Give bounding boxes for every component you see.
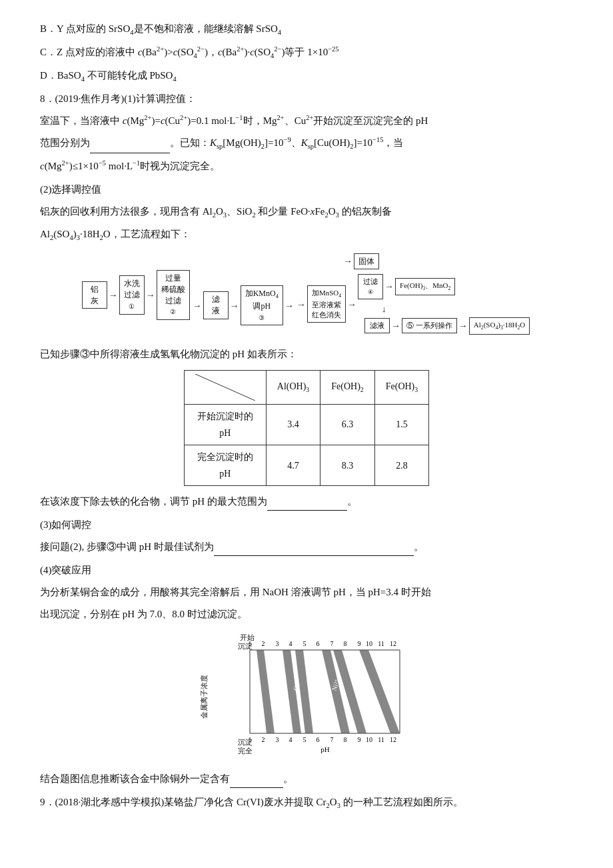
table-cell-feoh2-start: 6.3: [320, 404, 374, 445]
svg-text:11: 11: [378, 640, 384, 647]
flow-box-product: Al2(SO4)3·18H2O: [469, 317, 530, 335]
option-B: B．Y 点对应的 SrSO4是不饱和溶液，能继续溶解 SrSO4: [40, 20, 573, 39]
question-8: 8．(2019·焦作月考)(1)计算调控值： 室温下，当溶液中 c(Mg2+)=…: [40, 90, 573, 789]
table-cell-feoh2-complete: 8.3: [320, 445, 374, 486]
svg-text:金属离子浓度: 金属离子浓度: [200, 675, 208, 719]
blank-alloy-elements: [230, 776, 283, 788]
svg-text:5: 5: [303, 640, 306, 647]
svg-text:7: 7: [330, 736, 334, 743]
flow-box-filter4: 过滤④: [358, 274, 383, 300]
q8-sub2: (2)选择调控值 铝灰的回收利用方法很多，现用含有 Al2O3、SiO2 和少量…: [40, 181, 573, 511]
svg-text:9: 9: [358, 736, 361, 743]
svg-text:3: 3: [276, 736, 279, 743]
svg-line-0: [195, 374, 255, 401]
option-C: C．Z 点对应的溶液中 c(Ba2+)>c(SO42−)，c(Ba2+)·c(S…: [40, 43, 573, 63]
flow-arrow-3: →: [230, 297, 239, 314]
svg-text:完全: 完全: [238, 747, 253, 755]
svg-text:2: 2: [262, 736, 265, 743]
svg-text:7: 7: [330, 640, 334, 647]
table-cell-complete-label: 完全沉淀时的 pH: [184, 445, 266, 486]
q8-sub1: 室温下，当溶液中 c(Mg2+)=c(Cu2+)=0.1 mol·L−1时，Mg…: [40, 112, 573, 175]
table-cell-aloh3-start: 3.4: [266, 404, 320, 445]
svg-text:11: 11: [378, 736, 384, 743]
flow-box-step5: ⑤ 一系列操作: [402, 318, 457, 333]
svg-text:1: 1: [249, 736, 252, 743]
flow-box-acid: 过量稀硫酸过滤②: [157, 270, 190, 320]
table-row-start: 开始沉淀时的 pH 3.4 6.3 1.5: [184, 404, 428, 445]
svg-text:3: 3: [276, 640, 279, 647]
svg-text:5: 5: [303, 736, 306, 743]
svg-text:2: 2: [262, 640, 265, 647]
table-cell-start-label: 开始沉淀时的 pH: [184, 404, 266, 445]
svg-text:12: 12: [390, 640, 396, 647]
flow-arrow-filtrate: →: [193, 297, 202, 314]
flow-arrow-9: →: [458, 317, 468, 334]
q9-title: 9．(2018·湖北孝感中学模拟)某铬盐厂净化含 Cr(VI)废水并提取 Cr2…: [40, 793, 573, 813]
flow-arrow-solid: →: [343, 253, 352, 269]
svg-text:pH: pH: [320, 745, 330, 753]
flow-arrow-4: →: [285, 297, 294, 314]
table-intro: 已知步骤③中所得溶液生成氢氧化物沉淀的 pH 如表所示：: [40, 345, 573, 363]
table-header-feoh2: Fe(OH)2: [320, 370, 374, 404]
blank-reagent: [214, 544, 414, 556]
svg-text:6: 6: [316, 640, 320, 647]
svg-text:Mg²⁺: Mg²⁺: [356, 676, 368, 692]
flow-arrow-6: →: [347, 296, 356, 313]
chart-svg: 金属离子浓度 开始 沉淀 沉淀 完全 1 2 3: [200, 630, 413, 763]
table-cell-feoh3-complete: 2.8: [374, 445, 428, 486]
flow-box-kmno4: 加KMnO4调pH③: [241, 285, 283, 326]
flow-arrow-2: →: [146, 287, 155, 303]
flow-arrow-7: →: [384, 278, 394, 295]
table-row-complete: 完全沉淀时的 pH 4.7 8.3 2.8: [184, 445, 428, 486]
svg-text:Fe²⁺: Fe²⁺: [319, 678, 330, 692]
flow-arrow-1: →: [109, 287, 118, 303]
svg-text:10: 10: [366, 640, 372, 647]
down-arrow: ↓: [382, 301, 386, 317]
flowchart: 铝灰 → 水洗过滤① → 过量稀硫酸过滤② → 固体 →: [40, 253, 573, 337]
precipitation-ph-table: Al(OH)3 Fe(OH)2 Fe(OH)3 开始沉淀时的 pH 3.4 6.…: [184, 370, 429, 487]
blank-ph-max: [267, 499, 347, 511]
svg-text:4: 4: [289, 640, 293, 647]
flow-box-fe-mno2: Fe(OH)3、MnO2: [395, 278, 455, 295]
table-header-aloh3: Al(OH)3: [266, 370, 320, 404]
flow-arrow-8: →: [391, 317, 400, 334]
mg2-band: [359, 650, 400, 733]
flow-box-filtrate1: 滤液: [203, 291, 229, 319]
q8-sub3: (3)如何调控 接问题(2), 步骤③中调 pH 时最佳试剂为。: [40, 516, 573, 556]
svg-text:12: 12: [390, 736, 396, 743]
svg-text:10: 10: [366, 736, 372, 743]
svg-text:开始: 开始: [240, 633, 255, 641]
svg-text:8: 8: [344, 640, 347, 647]
question-9: 9．(2018·湖北孝感中学模拟)某铬盐厂净化含 Cr(VI)废水并提取 Cr2…: [40, 793, 573, 813]
option-D: D．BaSO4 不可能转化成 PbSO4: [40, 67, 573, 86]
q8-title: 8．(2019·焦作月考)(1)计算调控值：: [40, 90, 573, 108]
svg-text:6: 6: [316, 736, 320, 743]
svg-text:4: 4: [289, 736, 293, 743]
svg-text:9: 9: [358, 640, 361, 647]
svg-text:8: 8: [344, 736, 347, 743]
flow-arrow-5: →: [297, 296, 306, 313]
q8-sub4: (4)突破应用 为分析某铜合金的成分，用酸将其完全溶解后，用 NaOH 溶液调节…: [40, 561, 573, 788]
table-cell-aloh3-complete: 4.7: [266, 445, 320, 486]
blank-ph-range: [90, 141, 170, 153]
precipitation-chart: 金属离子浓度 开始 沉淀 沉淀 完全 1 2 3: [40, 630, 573, 763]
table-corner-header: [184, 370, 266, 404]
flow-box-filtrate2: 滤液: [364, 318, 390, 333]
flow-box-mnso4: 加MnSO4至溶液紫红色消失: [307, 285, 346, 323]
svg-text:1: 1: [249, 640, 252, 647]
table-cell-feoh3-start: 1.5: [374, 404, 428, 445]
flow-box-wash: 水洗过滤①: [119, 275, 145, 314]
flow-box-solid: 固体: [354, 253, 379, 270]
table-header-feoh3: Fe(OH)3: [374, 370, 428, 404]
flow-box-aluminium-ash: 铝灰: [82, 281, 107, 309]
